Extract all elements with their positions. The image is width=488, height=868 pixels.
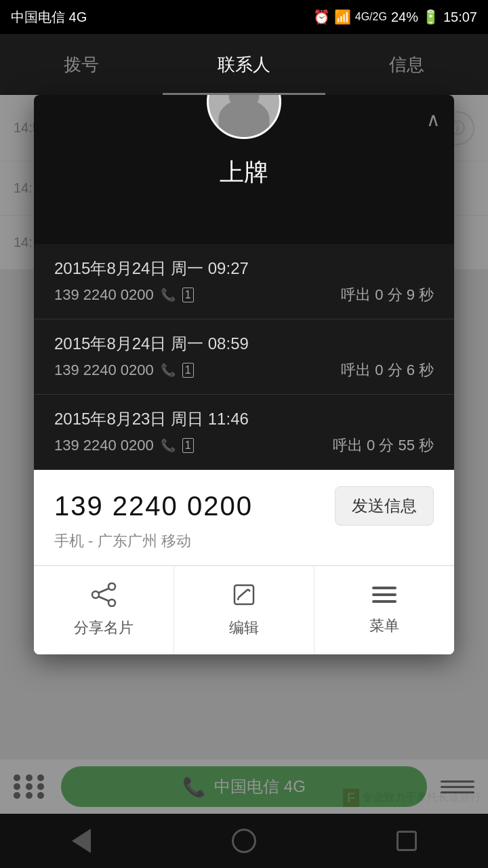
share-card-label: 分享名片 (74, 618, 134, 638)
call-phone-icon-2: 📞 (161, 438, 176, 453)
contact-name: 上牌 (220, 156, 268, 189)
call-info-0: 139 2240 0200 📞 1 呼出 0 分 9 秒 (54, 285, 434, 305)
network-icon: 4G/2G (355, 11, 387, 23)
call-number-0: 139 2240 0200 📞 1 (54, 286, 194, 304)
avatar (207, 95, 281, 139)
menu-button[interactable]: 菜单 (314, 566, 454, 654)
svg-point-1 (108, 583, 115, 590)
call-entry-1[interactable]: 2015年8月24日 周一 08:59 139 2240 0200 📞 1 呼出… (34, 319, 454, 395)
share-card-button[interactable]: 分享名片 (34, 566, 174, 654)
phone-label: 手机 - 广东广州 移动 (34, 531, 454, 565)
tab-messages[interactable]: 信息 (325, 34, 488, 95)
call-duration-2: 呼出 0 分 55 秒 (333, 435, 434, 456)
collapse-button[interactable]: ∧ (426, 108, 441, 131)
status-bar: 中国电信 4G ⏰ 📶 4G/2G 24% 🔋 15:07 (0, 0, 488, 34)
sim-icon-0: 1 (182, 288, 194, 302)
wifi-icon: 📶 (334, 9, 351, 25)
menu-label: 菜单 (369, 616, 399, 636)
carrier-label: 中国电信 4G (11, 8, 87, 26)
send-sms-button[interactable]: 发送信息 (335, 486, 434, 526)
sim-icon-1: 1 (182, 363, 194, 378)
battery-icon: 🔋 (422, 9, 439, 25)
call-number-2: 139 2240 0200 📞 1 (54, 437, 194, 454)
svg-line-6 (239, 589, 248, 597)
call-duration-0: 呼出 0 分 9 秒 (341, 285, 434, 305)
edit-button[interactable]: 编辑 (174, 566, 314, 654)
menu-icon (371, 585, 398, 609)
status-right: ⏰ 📶 4G/2G 24% 🔋 15:07 (313, 9, 477, 25)
phone-number-display: 139 2240 0200 (54, 491, 253, 521)
share-icon (90, 583, 117, 611)
call-duration-1: 呼出 0 分 6 秒 (341, 360, 434, 380)
call-phone-icon-1: 📞 (161, 363, 176, 378)
tab-dial[interactable]: 拨号 (0, 34, 163, 95)
svg-line-8 (238, 597, 239, 600)
battery-label: 24% (391, 9, 418, 25)
svg-rect-5 (235, 585, 253, 604)
phone-number-row: 139 2240 0200 发送信息 (34, 470, 454, 531)
svg-point-2 (108, 599, 115, 606)
contact-modal: ∧ 上牌 2015年8月24日 周一 09:27 139 2240 0200 📞… (34, 95, 454, 654)
call-entry-2[interactable]: 2015年8月23日 周日 11:46 139 2240 0200 📞 1 呼出… (34, 395, 454, 470)
edit-label: 编辑 (229, 618, 259, 638)
alarm-icon: ⏰ (313, 9, 330, 25)
modal-header: ∧ 上牌 (34, 95, 454, 244)
svg-line-7 (248, 589, 250, 591)
call-phone-icon-0: 📞 (161, 288, 176, 302)
status-left: 中国电信 4G (11, 8, 87, 26)
call-number-1: 139 2240 0200 📞 1 (54, 361, 194, 379)
svg-point-0 (92, 591, 99, 598)
call-date-0: 2015年8月24日 周一 09:27 (54, 258, 434, 279)
action-bar: 分享名片 编辑 (34, 566, 454, 654)
call-date-1: 2015年8月24日 周一 08:59 (54, 333, 434, 355)
sim-icon-2: 1 (182, 438, 194, 453)
call-info-1: 139 2240 0200 📞 1 呼出 0 分 6 秒 (54, 360, 434, 380)
time-label: 15:07 (443, 9, 477, 25)
avatar-silhouette (209, 95, 279, 137)
tab-contacts[interactable]: 联系人 (163, 34, 325, 95)
modal-bottom: 139 2240 0200 发送信息 手机 - 广东广州 移动 分享名片 (34, 470, 454, 654)
tab-bar: 拨号 联系人 信息 (0, 34, 488, 95)
avatar-body (219, 100, 270, 137)
call-history-section: 2015年8月24日 周一 09:27 139 2240 0200 📞 1 呼出… (34, 244, 454, 470)
call-date-2: 2015年8月23日 周日 11:46 (54, 408, 434, 430)
call-info-2: 139 2240 0200 📞 1 呼出 0 分 55 秒 (54, 435, 434, 456)
svg-line-4 (99, 597, 108, 601)
call-entry-0[interactable]: 2015年8月24日 周一 09:27 139 2240 0200 📞 1 呼出… (34, 244, 454, 319)
edit-icon (232, 583, 256, 611)
svg-line-3 (99, 589, 108, 593)
